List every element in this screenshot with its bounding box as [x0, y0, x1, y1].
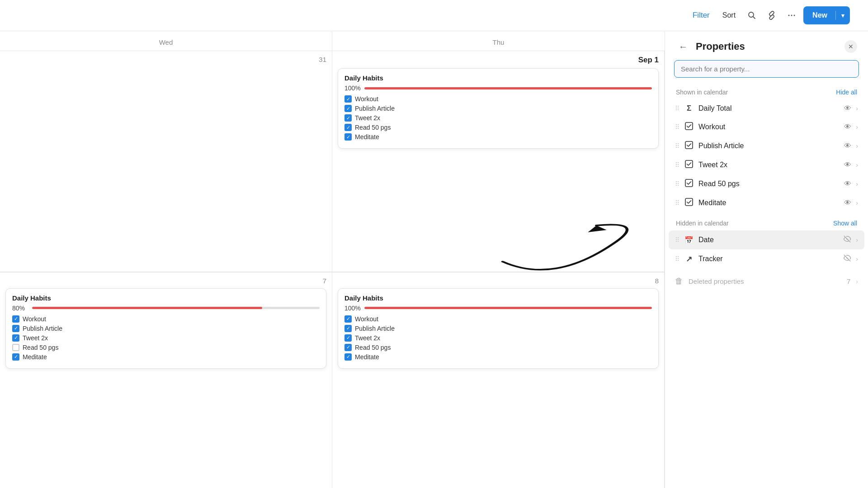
- cal-cell-thu-8[interactable]: 8 Daily Habits 100% ✓ Workout ✓: [332, 272, 665, 488]
- properties-panel: ← Properties ✕ Shown in calendar Hide al…: [665, 31, 868, 488]
- habit-item-thu8-0[interactable]: ✓ Workout: [344, 315, 652, 323]
- prop-chevron-read[interactable]: ›: [856, 180, 858, 188]
- prop-chevron-daily-total[interactable]: ›: [856, 105, 858, 112]
- checkbox-sep1-4[interactable]: ✓: [344, 133, 352, 141]
- sort-button[interactable]: Sort: [718, 9, 740, 22]
- prop-chevron-publish-article[interactable]: ›: [856, 142, 858, 150]
- habit-card-sep1-title: Daily Habits: [344, 74, 652, 82]
- checkbox-thu8-1[interactable]: ✓: [344, 325, 352, 332]
- habit-item-sep1-4[interactable]: ✓ Meditate: [344, 133, 652, 141]
- habit-card-sep1[interactable]: Daily Habits 100% ✓ Workout ✓ Publish Ar…: [338, 68, 659, 149]
- drag-handle-tweet[interactable]: ⠿: [675, 161, 679, 169]
- progress-bar-fill-thu8: [364, 307, 652, 309]
- progress-row-thu8: 100%: [344, 305, 652, 312]
- drag-handle-tracker[interactable]: ⠿: [675, 255, 679, 263]
- search-input[interactable]: [674, 60, 859, 78]
- drag-handle-daily-total[interactable]: ⠿: [675, 105, 679, 112]
- svg-line-1: [753, 17, 755, 19]
- prop-name-workout: Workout: [698, 123, 840, 131]
- checkbox-sep1-1[interactable]: ✓: [344, 105, 352, 112]
- checkbox-wed7-1[interactable]: ✓: [12, 325, 19, 332]
- link-icon-button[interactable]: [764, 8, 780, 23]
- prop-row-publish-article[interactable]: ⠿ Publish Article 👁 ›: [669, 136, 864, 155]
- habit-item-sep1-2[interactable]: ✓ Tweet 2x: [344, 114, 652, 122]
- prop-row-tweet[interactable]: ⠿ Tweet 2x 👁 ›: [669, 155, 864, 174]
- more-icon-button[interactable]: [783, 8, 800, 23]
- prop-row-meditate[interactable]: ⠿ Meditate 👁 ›: [669, 193, 864, 212]
- prop-chevron-tweet[interactable]: ›: [856, 161, 858, 169]
- drag-handle-publish-article[interactable]: ⠿: [675, 142, 679, 150]
- habit-item-thu8-3[interactable]: ✓ Read 50 pgs: [344, 344, 652, 351]
- close-button[interactable]: ✕: [844, 40, 857, 53]
- habit-item-wed7-4[interactable]: ✓ Meditate: [12, 353, 320, 361]
- show-all-button[interactable]: Show all: [833, 220, 857, 227]
- prop-row-daily-total[interactable]: ⠿ Σ Daily Total 👁 ›: [669, 99, 864, 117]
- prop-chevron-meditate[interactable]: ›: [856, 199, 858, 206]
- prop-eye-date[interactable]: [843, 235, 851, 245]
- prop-icon-tweet: [684, 160, 694, 170]
- habit-item-wed7-3[interactable]: Read 50 pgs: [12, 344, 320, 351]
- checkbox-thu8-0[interactable]: ✓: [344, 315, 352, 323]
- checkbox-wed7-0[interactable]: ✓: [12, 315, 19, 323]
- cal-cell-thu-sep1[interactable]: Sep 1 Daily Habits 100% ✓ Workout ✓: [332, 51, 665, 272]
- prop-eye-publish-article[interactable]: 👁: [844, 142, 851, 150]
- habit-card-wed7[interactable]: Daily Habits 80% ✓ Workout ✓ Publish Art…: [5, 288, 326, 369]
- habit-item-thu8-4[interactable]: ✓ Meditate: [344, 353, 652, 361]
- habit-item-sep1-0[interactable]: ✓ Workout: [344, 95, 652, 103]
- shown-section-header: Shown in calendar Hide all: [665, 85, 868, 99]
- habit-label-wed7-2: Tweet 2x: [23, 334, 48, 342]
- hidden-section: Hidden in calendar Show all ⠿ 📅 Date ›: [665, 216, 868, 268]
- prop-name-meditate: Meditate: [698, 199, 840, 207]
- checkbox-sep1-0[interactable]: ✓: [344, 95, 352, 103]
- hide-all-button[interactable]: Hide all: [836, 89, 857, 96]
- filter-button[interactable]: Filter: [688, 8, 714, 23]
- habit-label-wed7-4: Meditate: [23, 353, 47, 361]
- deleted-row[interactable]: 🗑 Deleted properties 7 ›: [665, 271, 868, 291]
- search-icon-button[interactable]: [744, 8, 760, 23]
- toolbar: Filter Sort New ▾: [0, 0, 868, 31]
- drag-handle-read[interactable]: ⠿: [675, 180, 679, 188]
- habit-item-sep1-1[interactable]: ✓ Publish Article: [344, 105, 652, 112]
- habit-item-sep1-3[interactable]: ✓ Read 50 pgs: [344, 124, 652, 131]
- checkbox-sep1-3[interactable]: ✓: [344, 124, 352, 131]
- habit-item-wed7-2[interactable]: ✓ Tweet 2x: [12, 334, 320, 342]
- progress-pct-thu8: 100%: [344, 305, 361, 312]
- habit-item-wed7-1[interactable]: ✓ Publish Article: [12, 325, 320, 332]
- checkbox-thu8-4[interactable]: ✓: [344, 353, 352, 361]
- prop-chevron-date[interactable]: ›: [856, 236, 858, 244]
- prop-eye-workout[interactable]: 👁: [844, 123, 851, 131]
- habit-card-thu8[interactable]: Daily Habits 100% ✓ Workout ✓ Publish Ar…: [338, 288, 659, 369]
- prop-eye-tracker[interactable]: [843, 254, 851, 264]
- prop-row-workout[interactable]: ⠿ Workout 👁 ›: [669, 117, 864, 136]
- cal-cell-wed-7[interactable]: 7 Daily Habits 80% ✓ Workout ✓: [0, 272, 332, 488]
- checkbox-thu8-2[interactable]: ✓: [344, 334, 352, 342]
- prop-chevron-workout[interactable]: ›: [856, 123, 858, 131]
- habit-label-sep1-4: Meditate: [355, 133, 379, 141]
- svg-rect-8: [685, 160, 693, 168]
- prop-row-read[interactable]: ⠿ Read 50 pgs 👁 ›: [669, 174, 864, 193]
- prop-eye-daily-total[interactable]: 👁: [844, 104, 851, 113]
- back-button[interactable]: ←: [676, 41, 690, 53]
- prop-row-tracker[interactable]: ⠿ ↗ Tracker ›: [669, 249, 864, 268]
- habit-item-thu8-2[interactable]: ✓ Tweet 2x: [344, 334, 652, 342]
- prop-row-date[interactable]: ⠿ 📅 Date ›: [669, 230, 864, 249]
- prop-eye-tweet[interactable]: 👁: [844, 161, 851, 169]
- drag-handle-date[interactable]: ⠿: [675, 236, 679, 244]
- shown-props-list: ⠿ Σ Daily Total 👁 › ⠿ Workout 👁 ›: [665, 99, 868, 212]
- cal-cell-wed-31[interactable]: 31: [0, 51, 332, 272]
- checkbox-sep1-2[interactable]: ✓: [344, 114, 352, 122]
- checkbox-wed7-4[interactable]: ✓: [12, 353, 19, 361]
- checkbox-thu8-3[interactable]: ✓: [344, 344, 352, 351]
- prop-eye-read[interactable]: 👁: [844, 180, 851, 188]
- prop-eye-meditate[interactable]: 👁: [844, 199, 851, 207]
- prop-chevron-tracker[interactable]: ›: [856, 255, 858, 263]
- drag-handle-meditate[interactable]: ⠿: [675, 199, 679, 206]
- drag-handle-workout[interactable]: ⠿: [675, 123, 679, 131]
- habit-item-thu8-1[interactable]: ✓ Publish Article: [344, 325, 652, 332]
- checkbox-wed7-3[interactable]: [12, 344, 19, 351]
- habit-label-thu8-0: Workout: [355, 315, 378, 323]
- habit-item-wed7-0[interactable]: ✓ Workout: [12, 315, 320, 323]
- new-button[interactable]: New ▾: [803, 6, 850, 24]
- svg-rect-6: [685, 122, 693, 130]
- checkbox-wed7-2[interactable]: ✓: [12, 334, 19, 342]
